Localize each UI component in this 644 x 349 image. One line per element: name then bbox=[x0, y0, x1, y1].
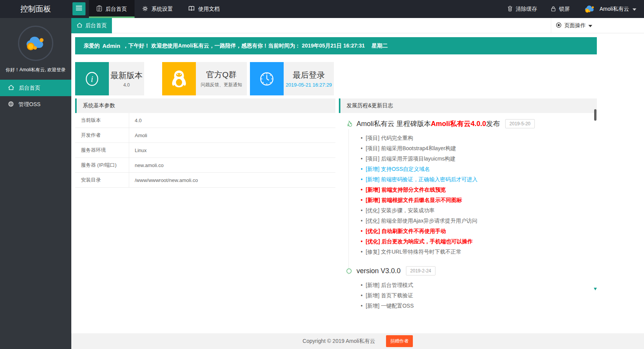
changelog-items: [新增] 后台管理模式 [新增] 首页下载验证 [新增] 一键配置OSS bbox=[345, 280, 589, 311]
username: Amoli私有云 bbox=[600, 6, 629, 13]
timeline-line bbox=[348, 129, 349, 275]
param-label: 安装目录 bbox=[75, 173, 129, 188]
home-icon bbox=[77, 23, 82, 29]
page-actions-dropdown[interactable]: 页面操作 bbox=[551, 18, 597, 33]
welcome-banner: 亲爱的 Admin ，下午好！ 欢迎您使用Amoli私有云，一路陪伴，感恩有你！… bbox=[75, 37, 597, 54]
chevron-down-icon bbox=[632, 8, 636, 11]
changelog-entry-title: Amoli私有云 里程碑版本 Amoli私有云4.0.0 发布 2019-5-2… bbox=[345, 119, 589, 128]
welcome-message: ，下午好！ 欢迎您使用Amoli私有云，一路陪伴，感恩有你！当前时间为： 201… bbox=[123, 43, 388, 49]
page-tab-label: 后台首页 bbox=[85, 22, 107, 29]
table-row: 当前版本 4.0 bbox=[75, 113, 335, 128]
sidebar: 你好！Amoli私有云, 欢迎登录 后台首页 管理OSS bbox=[0, 18, 71, 349]
top-tab-admin-home[interactable]: 后台首页 bbox=[89, 0, 135, 18]
panel-row: 系统基本参数 当前版本 4.0 开发作者 Amoli 服务器环境 Linux bbox=[75, 98, 597, 314]
changelog-item: [优化] 安装步骤，安装成功率 bbox=[361, 205, 589, 216]
welcome-prefix: 亲爱的 bbox=[84, 43, 100, 49]
card-subtitle: 问题反馈、更新通知 bbox=[201, 82, 242, 88]
top-tab-docs[interactable]: 使用文档 bbox=[181, 0, 227, 18]
changelog-item-link[interactable]: [新增] 支持OSS自定义域名 bbox=[361, 164, 589, 174]
top-tab-system-settings[interactable]: 系统设置 bbox=[135, 0, 181, 18]
system-params-panel: 系统基本参数 当前版本 4.0 开发作者 Amoli 服务器环境 Linux bbox=[75, 98, 335, 188]
param-value: Linux bbox=[129, 143, 335, 158]
info-icon: i bbox=[75, 62, 109, 95]
entry-date-badge: 2019-2-24 bbox=[406, 266, 435, 275]
param-label: 当前版本 bbox=[75, 113, 129, 128]
card-latest-version: i 最新版本 4.0 bbox=[75, 62, 144, 95]
table-row: 服务器 (IP/端口) new.amoli.co bbox=[75, 158, 335, 173]
topbar-actions: 清除缓存 锁屏 Amoli私有云 bbox=[494, 0, 644, 18]
hamburger-icon bbox=[76, 5, 82, 12]
changelog-item: [优化] 前端全部使用Ajax异步请求提升用户访问 bbox=[361, 216, 589, 226]
welcome-username: Admin bbox=[102, 43, 120, 49]
dot-circle-icon bbox=[556, 22, 562, 29]
page-actions-label: 页面操作 bbox=[564, 22, 586, 29]
scroll-down-arrow-icon[interactable] bbox=[594, 288, 597, 290]
entry-date-badge: 2019-5-20 bbox=[505, 119, 535, 128]
book-icon bbox=[188, 6, 195, 12]
qq-penguin-icon bbox=[162, 62, 196, 95]
app-brand: 控制面板 bbox=[0, 0, 71, 18]
clock-icon bbox=[250, 62, 284, 95]
card-subtitle: 4.0 bbox=[123, 82, 130, 88]
page-content: 亲爱的 Admin ，下午好！ 欢迎您使用Amoli私有云，一路陪伴，感恩有你！… bbox=[71, 33, 601, 318]
user-menu[interactable]: Amoli私有云 bbox=[583, 3, 636, 15]
changelog-item-link[interactable]: [新增] 前端密码验证，正确输入密码后才可进入 bbox=[361, 174, 589, 185]
table-row: 开发作者 Amoli bbox=[75, 128, 335, 143]
lock-screen-button[interactable]: 锁屏 bbox=[551, 6, 570, 13]
footer-copyright: Copyright © 2019 Amoli私有云 bbox=[302, 338, 375, 345]
trash-icon bbox=[508, 6, 513, 13]
sidebar-logo bbox=[18, 26, 53, 61]
lock-icon bbox=[551, 6, 556, 13]
fire-icon bbox=[345, 121, 353, 127]
card-subtitle-link[interactable]: 2019-05-21 16:27:29 bbox=[286, 82, 332, 88]
changelog-item: [新增] 一键配置OSS bbox=[361, 301, 589, 311]
card-last-login[interactable]: 最后登录 2019-05-21 16:27:29 bbox=[250, 62, 334, 95]
card-title: 官方Q群 bbox=[206, 69, 237, 80]
card-title: 最新版本 bbox=[110, 70, 143, 81]
table-row: 服务器环境 Linux bbox=[75, 143, 335, 158]
param-label: 开发作者 bbox=[75, 128, 129, 143]
changelog-item: [优化] 自动刷新文件不再使用手动 bbox=[361, 226, 589, 236]
sidebar-item-admin-home[interactable]: 后台首页 bbox=[0, 80, 71, 96]
changelog-item: [新增] 前端根据文件后缀名显示不同图标 bbox=[361, 195, 589, 205]
entry-title-text: version V3.0.0 bbox=[356, 267, 401, 275]
stat-cards: i 最新版本 4.0 官方Q群 问题反馈、更新通知 bbox=[75, 62, 597, 95]
sidebar-menu: 后台首页 管理OSS bbox=[0, 80, 71, 113]
chevron-down-icon bbox=[588, 25, 592, 27]
page-footer: Copyright © 2019 Amoli私有云 捐赠作者 bbox=[71, 333, 644, 349]
cloud-logo-icon bbox=[23, 33, 48, 54]
sidebar-toggle-button[interactable] bbox=[72, 2, 85, 15]
page-tab-admin-home[interactable]: 后台首页 bbox=[71, 18, 112, 33]
changelog-item: [新增] 前端支持部分文件在线预览 bbox=[361, 185, 589, 195]
clipboard-icon bbox=[97, 5, 102, 13]
svg-text:i: i bbox=[91, 74, 93, 84]
changelog-scrollbar[interactable] bbox=[594, 98, 597, 314]
globe-icon bbox=[8, 101, 14, 108]
changelog-item: [项目] 代码完全重构 bbox=[361, 133, 589, 143]
clear-cache-label: 清除缓存 bbox=[516, 6, 537, 13]
top-nav: 后台首页 系统设置 使用文档 bbox=[89, 0, 227, 18]
clear-cache-button[interactable]: 清除缓存 bbox=[508, 6, 537, 13]
panel-title: 发展历程&更新日志 bbox=[339, 98, 597, 113]
scrollbar-thumb[interactable] bbox=[594, 109, 596, 121]
sidebar-item-label: 后台首页 bbox=[19, 85, 40, 92]
card-official-qq-group[interactable]: 官方Q群 问题反馈、更新通知 bbox=[162, 62, 247, 95]
changelog-entry-title: version V3.0.0 2019-2-24 bbox=[345, 266, 589, 275]
changelog-item: [新增] 首页下载验证 bbox=[361, 290, 589, 301]
sidebar-item-manage-oss[interactable]: 管理OSS bbox=[0, 96, 71, 113]
user-avatar-cloud-icon bbox=[583, 3, 596, 15]
changelog-item: [新增] 后台管理模式 bbox=[361, 280, 589, 290]
main-area: 后台首页 页面操作 亲爱的 Admin ，下午好！ 欢迎您使用Amoli私有云，… bbox=[71, 18, 644, 349]
entry-title-highlight: Amoli私有云4.0.0 bbox=[431, 119, 486, 128]
changelog-item: [项目] 后端采用开源项目layuicms构建 bbox=[361, 154, 589, 164]
page-tab-bar: 后台首页 页面操作 bbox=[71, 18, 644, 33]
top-tab-label: 系统设置 bbox=[151, 6, 173, 13]
home-icon bbox=[8, 85, 14, 92]
circle-icon bbox=[345, 268, 353, 274]
table-row: 安装目录 /www/wwwroot/new.amoli.co bbox=[75, 173, 335, 188]
param-value: new.amoli.co bbox=[129, 158, 335, 173]
card-title: 最后登录 bbox=[293, 70, 325, 80]
entry-title-suffix: 发布 bbox=[486, 119, 500, 128]
donate-button[interactable]: 捐赠作者 bbox=[386, 335, 413, 347]
card-label: 最新版本 4.0 bbox=[109, 62, 144, 95]
